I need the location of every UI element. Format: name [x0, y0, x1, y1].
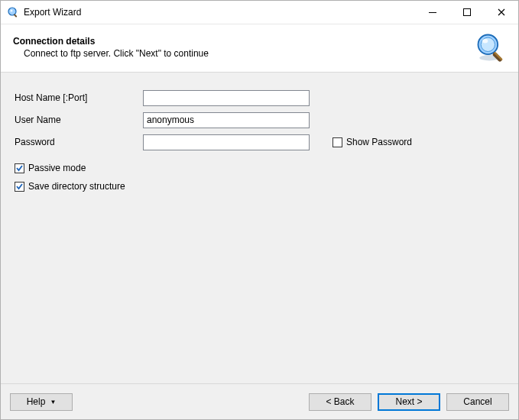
host-input[interactable] [143, 90, 310, 106]
app-icon [7, 6, 19, 18]
user-input[interactable] [143, 112, 310, 128]
wizard-footer: Help ▼ < Back Next > Cancel [1, 383, 518, 419]
host-label: Host Name [:Port] [15, 92, 143, 103]
minimize-button[interactable] [415, 1, 449, 24]
cancel-button[interactable]: Cancel [446, 393, 509, 411]
svg-point-8 [482, 39, 488, 44]
magnifier-icon [474, 31, 508, 64]
user-row: User Name [15, 111, 504, 128]
next-button[interactable]: Next > [378, 393, 440, 411]
svg-point-1 [11, 10, 13, 12]
svg-rect-4 [463, 9, 470, 16]
password-row: Password Show Password [15, 134, 504, 150]
help-button-label: Help [27, 396, 46, 407]
cancel-button-label: Cancel [463, 396, 491, 407]
show-password-checkbox[interactable]: Show Password [332, 137, 412, 147]
password-label: Password [15, 137, 143, 147]
svg-rect-3 [429, 12, 436, 13]
checkbox-icon [332, 137, 342, 147]
user-label: User Name [15, 115, 143, 125]
checkbox-icon [15, 182, 24, 192]
checkbox-icon [15, 163, 24, 173]
caret-down-icon: ▼ [50, 399, 56, 405]
header-title: Connection details [13, 36, 474, 47]
header-subtitle: Connect to ftp server. Click "Next" to c… [24, 48, 474, 59]
back-button-label: < Back [326, 396, 354, 407]
passive-mode-checkbox[interactable]: Passive mode [15, 161, 504, 175]
wizard-body: Host Name [:Port] User Name Password Sho… [1, 72, 518, 383]
save-structure-label: Save directory structure [28, 181, 125, 192]
maximize-button[interactable] [449, 1, 484, 24]
close-button[interactable] [484, 1, 518, 24]
next-button-label: Next > [395, 396, 422, 407]
passive-mode-label: Passive mode [28, 163, 86, 173]
help-button[interactable]: Help ▼ [10, 393, 73, 411]
back-button[interactable]: < Back [309, 393, 371, 411]
export-wizard-window: Export Wizard Connection details Connect… [0, 0, 519, 420]
svg-point-7 [481, 37, 495, 51]
wizard-header: Connection details Connect to ftp server… [1, 24, 518, 72]
host-row: Host Name [:Port] [15, 89, 504, 106]
password-input[interactable] [143, 134, 310, 150]
save-structure-checkbox[interactable]: Save directory structure [15, 179, 504, 193]
titlebar: Export Wizard [1, 1, 518, 24]
window-title: Export Wizard [24, 7, 81, 18]
show-password-label: Show Password [346, 137, 412, 147]
